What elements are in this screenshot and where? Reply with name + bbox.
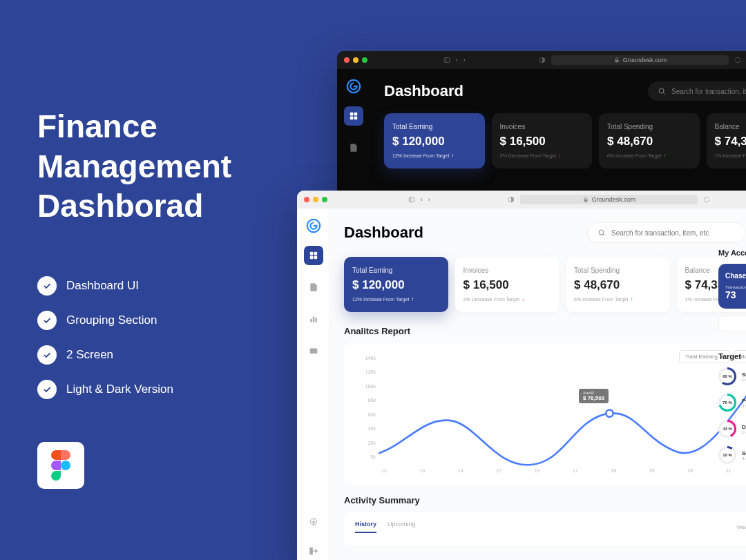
search-input[interactable]: [611, 229, 736, 237]
svg-rect-6: [350, 113, 354, 116]
traffic-min-icon[interactable]: [313, 197, 318, 202]
activity-tabs: History Upcoming: [355, 521, 416, 533]
stat-card-spending[interactable]: Total Spending$ 48,6706% Increase From T…: [599, 113, 700, 168]
analytics-chart: Total Earning▾ Monthly▾ 140k120k100k80k6…: [344, 343, 746, 483]
refresh-icon[interactable]: [703, 196, 710, 203]
target-item[interactable]: 10 %Service4 month later: [718, 446, 746, 464]
trend-up-icon: [451, 153, 454, 159]
svg-rect-25: [314, 350, 317, 351]
figma-icon: [37, 442, 84, 489]
sidebar-item-documents[interactable]: [344, 138, 363, 157]
svg-rect-1: [444, 58, 450, 63]
lock-icon: [582, 196, 589, 203]
svg-rect-18: [314, 252, 317, 255]
target-item[interactable]: 60 %Sale Of Go1 month later: [718, 367, 746, 385]
sidebar-item-dashboard[interactable]: [344, 106, 363, 126]
search-icon: [658, 87, 666, 95]
search-bar[interactable]: [648, 81, 746, 101]
svg-rect-12: [409, 197, 414, 202]
sidebar-toggle-icon[interactable]: [408, 196, 415, 203]
trend-up-icon: [663, 153, 666, 159]
stats-row: Total Earning$ 120,00012% Increase From …: [344, 257, 746, 312]
progress-ring: 43 %: [718, 420, 736, 438]
stat-card-invoices[interactable]: Invoices$ 16,5002% Decrease From Target: [492, 113, 593, 168]
search-icon: [597, 229, 606, 237]
nav-back-icon[interactable]: ‹: [421, 196, 423, 203]
svg-point-26: [312, 521, 315, 523]
activity-card: History Upcoming View More →: [344, 512, 746, 545]
sidebar-item-wallet[interactable]: [304, 341, 323, 360]
stat-card-earning[interactable]: Total Earning$ 120,00012% Increase From …: [384, 113, 485, 168]
feature-list: Dashboard UI Grouping Section 2 Screen L…: [37, 276, 173, 414]
contrast-icon[interactable]: [539, 57, 546, 64]
tab-history[interactable]: History: [355, 521, 376, 533]
stat-card-balance[interactable]: Balance$ 74,3301% Increase From Target: [707, 113, 747, 168]
traffic-min-icon[interactable]: [353, 57, 358, 63]
progress-ring: 60 %: [718, 367, 736, 385]
sidebar-item-analytics[interactable]: [304, 309, 323, 329]
svg-point-10: [659, 88, 664, 93]
target-item[interactable]: 70 %Property R3 month later: [718, 394, 746, 412]
nav-forward-icon[interactable]: ›: [428, 196, 430, 203]
chart-tooltip: Aver40$ 78,560: [579, 389, 609, 403]
view-more-link[interactable]: View More →: [736, 524, 746, 530]
dark-preview-window: ‹ › Groundesk.com Dashboard: [337, 51, 746, 195]
traffic-max-icon[interactable]: [362, 57, 367, 63]
traffic-close-icon[interactable]: [344, 57, 350, 63]
target-title: Target: [718, 352, 746, 360]
nav-forward-icon[interactable]: ›: [463, 57, 466, 64]
right-column: My Account Ban Chase Transaction 73 + Ad…: [718, 249, 746, 472]
url-bar[interactable]: Groundesk.com: [551, 55, 729, 65]
browser-chrome: ‹ › Groundesk.com: [297, 191, 746, 209]
feature-item: Light & Dark Version: [37, 380, 173, 399]
bank-card[interactable]: Chase Transaction 73: [718, 264, 746, 309]
svg-rect-23: [315, 318, 316, 322]
svg-point-0: [61, 461, 70, 470]
refresh-icon[interactable]: [734, 57, 741, 64]
sidebar-item-dashboard[interactable]: [304, 246, 323, 265]
page-title: Dashboard: [384, 82, 463, 100]
trend-down-icon: [558, 153, 561, 159]
check-icon: [37, 276, 57, 296]
check-icon: [37, 345, 57, 365]
target-item[interactable]: 43 %Design Ser1 month later: [718, 420, 746, 438]
stat-card-spending[interactable]: Total Spending$ 48,6706% Increase From T…: [566, 257, 670, 312]
sidebar-item-documents[interactable]: [304, 278, 323, 297]
feature-item: 2 Screen: [37, 345, 173, 365]
traffic-max-icon[interactable]: [322, 197, 327, 202]
svg-rect-22: [312, 317, 314, 322]
account-title: My Account Ban: [718, 249, 746, 257]
search-bar[interactable]: [587, 222, 746, 243]
search-input[interactable]: [671, 88, 746, 95]
app-logo: [346, 79, 361, 94]
url-bar[interactable]: Groundesk.com: [520, 195, 698, 204]
sidebar-item-settings[interactable]: [304, 512, 323, 532]
lock-icon: [613, 57, 620, 64]
sidebar-item-logout[interactable]: [304, 541, 323, 560]
svg-rect-20: [314, 256, 317, 260]
chart-x-axis: 1213141516171819202122: [381, 468, 746, 473]
chart-y-axis: 140k120k100k80k60k40k20k0k: [355, 356, 376, 459]
svg-rect-17: [309, 252, 313, 255]
svg-rect-9: [354, 117, 358, 120]
app-logo: [306, 218, 321, 233]
svg-point-27: [599, 230, 604, 235]
sidebar: [337, 69, 370, 195]
nav-back-icon[interactable]: ‹: [456, 57, 458, 64]
svg-point-29: [606, 409, 613, 416]
tab-upcoming[interactable]: Upcoming: [388, 521, 416, 533]
svg-rect-21: [310, 319, 312, 322]
hero-title: Finance Management Dashborad: [37, 107, 231, 226]
feature-item: Dashboard UI: [37, 276, 173, 296]
add-account-button[interactable]: + Add New: [718, 316, 746, 331]
browser-chrome: ‹ › Groundesk.com: [337, 51, 746, 69]
svg-rect-15: [584, 200, 587, 202]
analytics-title: Analitcs Report: [344, 326, 746, 336]
svg-rect-19: [309, 256, 313, 260]
stat-card-invoices[interactable]: Invoices$ 16,5002% Decrease From Target: [455, 257, 560, 312]
sidebar-toggle-icon[interactable]: [443, 57, 450, 64]
contrast-icon[interactable]: [508, 196, 515, 203]
page-title: Dashboard: [344, 224, 423, 242]
stat-card-earning[interactable]: Total Earning$ 120,00012% Increase From …: [344, 257, 448, 312]
traffic-close-icon[interactable]: [304, 197, 309, 202]
